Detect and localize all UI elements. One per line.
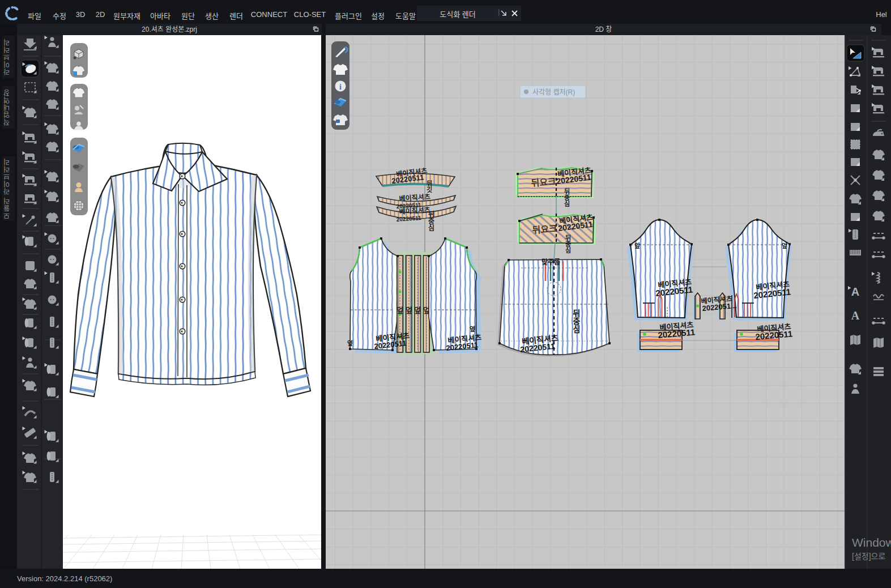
- svg-text:뒤깃: 뒤깃: [425, 180, 432, 193]
- svg-text:뒤요크: 뒤요크: [532, 223, 558, 235]
- svg-text:뒤중심: 뒤중심: [427, 211, 434, 232]
- svg-text:뒤요크: 뒤요크: [531, 176, 557, 188]
- svg-text:엎: 엎: [406, 306, 412, 314]
- svg-text:뒤중심: 뒤중심: [572, 309, 581, 334]
- svg-text:앞: 앞: [782, 242, 787, 249]
- svg-text:엎: 엎: [414, 306, 421, 314]
- svg-text:맞주름: 맞주름: [542, 258, 560, 266]
- svg-text:앞: 앞: [634, 242, 640, 249]
- svg-text:i: i: [339, 83, 342, 91]
- svg-text:A: A: [851, 309, 860, 322]
- svg-text:옆: 옆: [468, 326, 475, 332]
- svg-text:A: A: [851, 286, 859, 298]
- svg-text:옆: 옆: [346, 340, 353, 346]
- svg-text:엎: 엎: [397, 306, 403, 314]
- svg-text:사각형 캡처(R): 사각형 캡처(R): [532, 88, 575, 96]
- svg-text:뒤중심: 뒤중심: [563, 188, 570, 207]
- svg-text:뒤중심: 뒤중심: [564, 235, 571, 253]
